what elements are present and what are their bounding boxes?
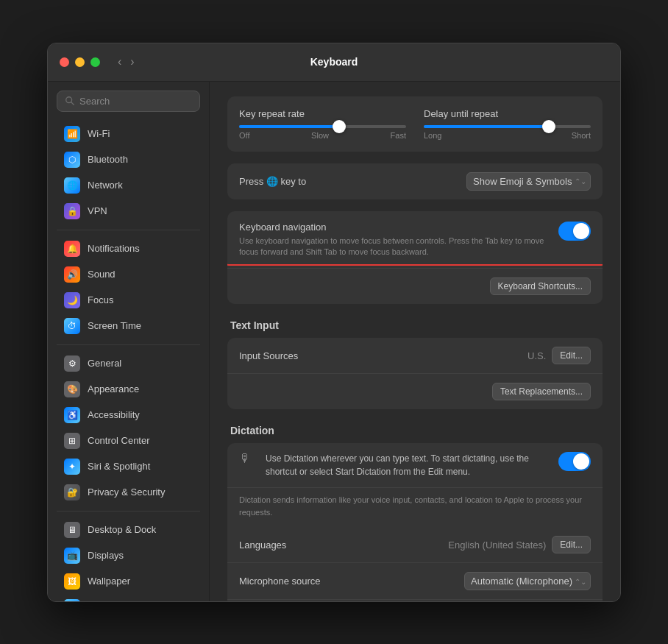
sidebar-label-accessibility: Accessibility	[88, 409, 140, 420]
sidebar: Search 📶Wi-Fi⬡Bluetooth🌐Network🔒VPN🔔Noti…	[48, 82, 210, 601]
sidebar-item-accessibility[interactable]: ♿Accessibility	[52, 403, 205, 428]
press-key-dropdown[interactable]: Show Emoji & Symbols	[466, 172, 591, 191]
general-icon: ⚙	[64, 355, 80, 372]
key-repeat-label: Key repeat rate	[239, 108, 406, 119]
toggle-knob	[573, 223, 589, 239]
desktop-icon: 🖥	[64, 522, 80, 538]
keyboard-nav-row: Keyboard navigation Use keyboard navigat…	[227, 211, 603, 269]
sidebar-label-notifications: Notifications	[88, 243, 140, 254]
sidebar-item-bluetooth[interactable]: ⬡Bluetooth	[52, 147, 205, 172]
sidebar-item-siri[interactable]: ✦Siri & Spotlight	[52, 454, 205, 479]
microphone-label: Microphone source	[239, 576, 464, 587]
sidebar-item-screensaver[interactable]: ✦Screen Saver	[52, 595, 205, 601]
sidebar-item-desktop[interactable]: 🖥Desktop & Dock	[52, 517, 205, 542]
delay-short: Short	[572, 131, 591, 140]
sidebar-label-vpn: VPN	[88, 205, 107, 216]
search-box[interactable]: Search	[57, 91, 200, 112]
sidebar-label-desktop: Desktop & Dock	[88, 524, 156, 535]
close-button[interactable]	[60, 57, 69, 67]
focus-icon: 🌙	[64, 292, 80, 308]
key-repeat-off: Off	[239, 131, 249, 140]
dictation-toggle[interactable]	[558, 452, 591, 471]
microphone-row: Microphone source Automatic (Microphone)…	[227, 563, 603, 600]
wallpaper-icon: 🖼	[64, 573, 80, 590]
sidebar-divider	[57, 344, 200, 345]
microphone-dropdown[interactable]: Automatic (Microphone)	[464, 572, 591, 590]
sidebar-label-siri: Siri & Spotlight	[88, 461, 150, 472]
privacy-icon: 🔐	[64, 484, 80, 500]
minimize-button[interactable]	[75, 57, 85, 67]
languages-label: Languages	[239, 539, 448, 551]
microphone-dropdown-wrapper: Automatic (Microphone) ⌃⌄	[464, 572, 591, 590]
sidebar-item-general[interactable]: ⚙General	[52, 351, 205, 376]
screensaver-icon: ✦	[64, 599, 80, 601]
sidebar-items: 📶Wi-Fi⬡Bluetooth🌐Network🔒VPN🔔Notificatio…	[48, 121, 209, 601]
search-container: Search	[48, 91, 209, 121]
traffic-lights	[60, 57, 100, 67]
screentime-icon: ⏱	[64, 318, 80, 334]
sidebar-item-focus[interactable]: 🌙Focus	[52, 288, 205, 313]
accessibility-icon: ♿	[64, 407, 80, 423]
input-sources-value: U.S.	[527, 350, 546, 361]
bluetooth-icon: ⬡	[64, 152, 80, 168]
content-area: Search 📶Wi-Fi⬡Bluetooth🌐Network🔒VPN🔔Noti…	[48, 82, 620, 601]
dictation-desc: Use Dictation wherever you can type text…	[266, 452, 550, 478]
sidebar-item-wifi[interactable]: 📶Wi-Fi	[52, 121, 205, 146]
sidebar-item-wallpaper[interactable]: 🖼Wallpaper	[52, 569, 205, 594]
dictation-info: Dictation sends information like your vo…	[227, 488, 603, 527]
sidebar-label-displays: Displays	[88, 550, 124, 561]
sidebar-item-appearance[interactable]: 🎨Appearance	[52, 377, 205, 402]
delay-long: Long	[424, 131, 441, 140]
text-replacements-button[interactable]: Text Replacements...	[492, 383, 591, 400]
keyboard-nav-title: Keyboard navigation	[239, 222, 558, 233]
network-icon: 🌐	[64, 177, 80, 194]
sidebar-label-focus: Focus	[88, 294, 113, 305]
keyboard-nav-description: Use keyboard navigation to move focus be…	[239, 236, 558, 258]
search-icon	[65, 96, 75, 106]
sidebar-item-privacy[interactable]: 🔐Privacy & Security	[52, 480, 205, 505]
sidebar-label-bluetooth: Bluetooth	[88, 154, 128, 165]
delay-repeat-slider-track[interactable]: Long Short	[424, 125, 591, 140]
displays-icon: 📺	[64, 548, 80, 564]
sidebar-item-vpn[interactable]: 🔒VPN	[52, 199, 205, 224]
key-repeat-group: Key repeat rate Off Slow Fast	[239, 108, 406, 140]
sidebar-item-screentime[interactable]: ⏱Screen Time	[52, 314, 205, 339]
input-sources-edit-button[interactable]: Edit...	[552, 347, 591, 364]
press-key-dropdown-wrapper: Show Emoji & Symbols ⌃⌄	[466, 172, 591, 191]
microphone-icon: 🎙	[239, 452, 251, 465]
delay-repeat-group: Delay until repeat Long Short	[424, 108, 591, 140]
sidebar-label-network: Network	[88, 180, 123, 191]
sidebar-item-displays[interactable]: 📺Displays	[52, 543, 205, 568]
sidebar-item-notifications[interactable]: 🔔Notifications	[52, 236, 205, 261]
forward-arrow[interactable]: ›	[127, 54, 137, 70]
text-replacements-row: Text Replacements...	[227, 374, 603, 409]
dictation-header-container: Dictation	[227, 421, 603, 443]
keyboard-nav-section: Keyboard navigation Use keyboard navigat…	[227, 211, 603, 305]
settings-window: ‹ › Keyboard Search 📶Wi-Fi⬡Bluetooth🌐Net…	[47, 43, 621, 602]
sidebar-label-appearance: Appearance	[88, 383, 139, 394]
key-repeat-slow: Slow	[311, 131, 329, 140]
press-key-section: Press 🌐 key to Show Emoji & Symbols ⌃⌄	[227, 163, 603, 199]
dictation-toggle-knob	[573, 453, 589, 470]
sidebar-divider	[57, 230, 200, 230]
sidebar-item-sound[interactable]: 🔊Sound	[52, 262, 205, 287]
sidebar-item-controlcenter[interactable]: ⊞Control Center	[52, 428, 205, 453]
dictation-section: 🎙 Use Dictation wherever you can type te…	[227, 443, 603, 601]
key-repeat-fast: Fast	[391, 131, 406, 140]
key-repeat-slider-track[interactable]: Off Slow Fast	[239, 125, 406, 140]
keyboard-nav-toggle[interactable]	[558, 222, 591, 241]
dictation-title: Dictation	[230, 419, 274, 442]
maximize-button[interactable]	[90, 57, 100, 67]
sidebar-label-wallpaper: Wallpaper	[88, 576, 130, 587]
sidebar-item-network[interactable]: 🌐Network	[52, 173, 205, 198]
text-input-header: Text Input	[227, 316, 603, 338]
languages-edit-button[interactable]: Edit...	[552, 536, 591, 553]
back-arrow[interactable]: ‹	[115, 54, 124, 70]
input-sources-row: Input Sources U.S. Edit...	[227, 338, 603, 374]
appearance-icon: 🎨	[64, 381, 80, 397]
window-title: Keyboard	[310, 56, 358, 68]
svg-line-1	[71, 102, 74, 105]
main-content: Key repeat rate Off Slow Fast	[210, 82, 620, 601]
titlebar: ‹ › Keyboard	[48, 43, 620, 82]
keyboard-shortcuts-button[interactable]: Keyboard Shortcuts...	[490, 277, 591, 295]
